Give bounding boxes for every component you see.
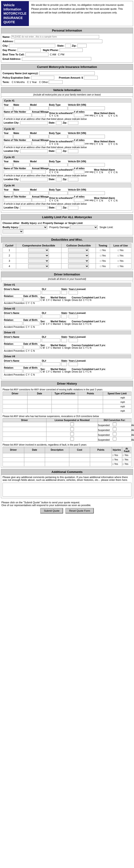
driver-2-state-input[interactable] (61, 315, 67, 318)
susp-alcohol-4[interactable] (98, 437, 131, 441)
viol-type-2[interactable] (52, 400, 77, 404)
viol-date-4[interactable] (28, 409, 51, 413)
day-phone-input[interactable] (17, 48, 41, 52)
deduct-comp-1[interactable] (28, 248, 49, 252)
driver-4-dl-input[interactable] (42, 362, 60, 366)
viol-type-1[interactable] (52, 396, 77, 399)
cycle-4-vin-input[interactable] (68, 191, 105, 195)
driver-4-state-input[interactable] (61, 362, 67, 366)
driver-3-relation-input[interactable] (4, 345, 23, 349)
cycle-4-year-input[interactable] (4, 191, 13, 195)
cycle-3-vin-input[interactable] (68, 163, 105, 167)
viol-date-2[interactable] (28, 400, 51, 404)
name-input[interactable] (11, 35, 99, 39)
reset-button[interactable]: Reset Quote Form (65, 508, 94, 514)
viol-speed-4[interactable] (103, 409, 120, 413)
viol-driver-2[interactable] (3, 400, 27, 404)
driver-3-state-input[interactable] (61, 339, 67, 342)
cycle-1-zip2[interactable] (68, 121, 78, 125)
driver-4-name-input[interactable] (4, 362, 41, 366)
cycle-4-holder-input[interactable] (4, 198, 32, 202)
deduct-comp-4[interactable] (28, 264, 49, 268)
driver-3-dob-input[interactable] (23, 345, 40, 349)
viol-speed-1[interactable] (103, 396, 120, 399)
acc-date-3[interactable] (25, 462, 44, 466)
email-input[interactable] (22, 57, 91, 61)
driver-1-relation-input[interactable] (4, 298, 23, 301)
cycle-1-holder-input[interactable] (4, 113, 32, 117)
driver-4-years-input[interactable] (69, 362, 78, 366)
cycle-2-miles-input[interactable] (74, 142, 84, 145)
driver-4-relation-input[interactable] (4, 369, 23, 373)
acc-date-1[interactable] (25, 454, 44, 457)
viol-points-1[interactable] (79, 396, 102, 399)
driver-1-dl-input[interactable] (42, 291, 60, 294)
driver-3-years-input[interactable] (69, 339, 78, 342)
submit-button[interactable]: Submit Quote (40, 508, 63, 514)
susp-suspended-3[interactable] (47, 432, 97, 436)
cycle-2-make-input[interactable] (13, 135, 30, 138)
city-input[interactable] (9, 44, 55, 48)
cycle-1-state2[interactable] (56, 121, 62, 125)
viol-driver-3[interactable] (3, 405, 27, 408)
susp-suspended-4[interactable] (47, 437, 97, 441)
driver-1-state-input[interactable] (61, 291, 67, 294)
cycle-1-miles-input[interactable] (74, 113, 84, 117)
cycle-1-make-input[interactable] (13, 106, 30, 110)
cycle-1-year-input[interactable] (4, 106, 13, 110)
comments-textarea[interactable] (3, 483, 131, 497)
susp-driver-1[interactable] (3, 423, 46, 426)
driver-2-relation-input[interactable] (4, 321, 23, 325)
acc-points-2[interactable] (91, 458, 111, 462)
acc-cost-3[interactable] (70, 462, 89, 466)
bodily-injury-select[interactable] (19, 225, 47, 229)
cycle-2-vin-input[interactable] (68, 135, 105, 138)
viol-speed-2[interactable] (103, 400, 120, 404)
cycle-2-model-input[interactable] (30, 135, 48, 138)
cycle-3-zip2[interactable] (68, 178, 78, 181)
address-input[interactable] (14, 39, 102, 43)
driver-1-name-input[interactable] (4, 291, 41, 294)
cycle-2-state2[interactable] (56, 149, 62, 153)
viol-speed-3[interactable] (103, 405, 120, 408)
viol-date-1[interactable] (28, 396, 51, 399)
cycle-3-miles-input[interactable] (74, 170, 84, 174)
viol-points-2[interactable] (79, 400, 102, 404)
deduct-comp-2[interactable] (28, 253, 49, 257)
property-damage-select[interactable] (70, 225, 98, 229)
acc-driver-2[interactable] (3, 458, 24, 462)
cycle-1-bodytype-input[interactable] (49, 106, 68, 110)
acc-points-3[interactable] (91, 462, 111, 466)
driver-3-dl-input[interactable] (42, 339, 60, 342)
cycle-3-bodytype-input[interactable] (49, 163, 68, 167)
cycle-4-location-city[interactable] (20, 206, 48, 210)
cycle-2-location-city[interactable] (20, 149, 48, 153)
deduct-comp-3[interactable] (28, 259, 49, 263)
susp-alcohol-1[interactable] (98, 423, 131, 426)
cycle-2-holder-input[interactable] (4, 142, 32, 145)
expiration-input[interactable] (31, 76, 54, 80)
viol-points-4[interactable] (79, 409, 102, 413)
cycle-3-mileage-input[interactable] (32, 170, 46, 174)
acc-date-2[interactable] (25, 458, 44, 462)
term-other-input[interactable] (49, 80, 62, 84)
cycle-4-model-input[interactable] (30, 191, 48, 195)
cycle-4-zip2[interactable] (68, 206, 78, 210)
cycle-1-mileage-input[interactable] (32, 113, 46, 117)
acc-cost-2[interactable] (70, 458, 89, 462)
cycle-3-state2[interactable] (56, 178, 62, 181)
cycle-2-year-input[interactable] (4, 135, 13, 138)
deduct-coll-1[interactable] (68, 248, 89, 252)
cycle-2-mileage-input[interactable] (32, 142, 46, 145)
susp-driver-4[interactable] (3, 437, 46, 441)
acc-points-1[interactable] (91, 454, 111, 457)
susp-driver-2[interactable] (3, 428, 46, 431)
driver-4-dob-input[interactable] (23, 369, 40, 373)
cycle-4-bodytype-input[interactable] (49, 191, 68, 195)
cycle-2-bodytype-input[interactable] (49, 135, 68, 138)
cycle-4-miles-input[interactable] (74, 198, 84, 202)
cycle-4-make-input[interactable] (13, 191, 30, 195)
susp-alcohol-2[interactable] (98, 427, 131, 431)
best-time-input[interactable] (26, 53, 48, 56)
cycle-3-holder-input[interactable] (4, 170, 32, 174)
